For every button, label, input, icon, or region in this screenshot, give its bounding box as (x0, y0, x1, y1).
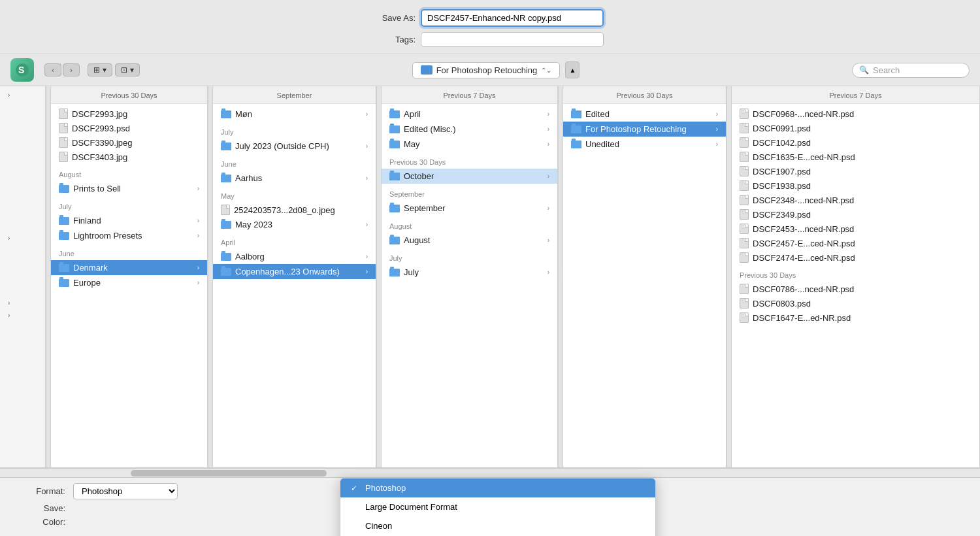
list-item[interactable]: Aalborg › (213, 249, 376, 264)
folder-name: For Photoshop Retouching (585, 124, 687, 134)
section-label: Previous 30 Days (382, 152, 557, 169)
file-browser: › › › › · · · Previous 30 Days (0, 86, 980, 468)
list-item[interactable]: Lightroom Presets › (51, 228, 207, 243)
list-item[interactable]: Aarhus › (213, 171, 376, 186)
col-files-header: Previous 7 Days (732, 86, 979, 104)
list-item[interactable]: DSCF2457-E...ced-NR.psd (732, 236, 979, 250)
list-item[interactable]: DSCF3403.jpg (51, 150, 207, 164)
list-item[interactable]: DSCF1635-E...ced-NR.psd (732, 150, 979, 164)
list-item[interactable]: › (0, 309, 45, 322)
list-item[interactable]: July 2023 (Outside CPH) › (213, 139, 376, 154)
folder-name: October (404, 171, 434, 181)
list-item[interactable]: DSCF1647-E...ed-NR.psd (732, 310, 979, 325)
col-files-content: DSCF0968-...nced-NR.psd DSCF0991.psd DSC… (732, 104, 979, 467)
file-icon (59, 152, 68, 162)
list-item[interactable]: DSCF2993.psd (51, 121, 207, 135)
folder-name: Finland (73, 216, 101, 226)
list-item[interactable]: For Photoshop Retouching › (563, 122, 726, 137)
list-item[interactable]: DSCF1907.psd (732, 164, 979, 178)
list-item[interactable]: DSCF2349.psd (732, 207, 979, 222)
dropdown-item-label: Photoshop (365, 483, 406, 493)
file-name: DSCF2457-E...ced-NR.psd (753, 239, 855, 248)
column-view-button[interactable]: ⊞ ▾ (88, 63, 112, 76)
list-item[interactable]: DSCF0968-...nced-NR.psd (732, 107, 979, 121)
sidebar-arrow4: › (8, 312, 10, 319)
forward-button[interactable]: › (63, 63, 80, 76)
folder-icon (571, 110, 581, 118)
list-item[interactable]: DSCF0991.psd (732, 121, 979, 135)
dropdown-item-label: Large Document Format (365, 502, 457, 512)
list-item[interactable]: May 2023 › (213, 217, 376, 232)
list-item[interactable]: DSCF2993.jpg (51, 107, 207, 121)
col-edited-content: Edited › For Photoshop Retouching › Uned… (563, 104, 726, 467)
list-item[interactable]: DSCF2453-...nced-NR.psd (732, 222, 979, 236)
list-item[interactable]: DSCF0786-...nced-NR.psd (732, 282, 979, 296)
section-label: July (213, 122, 376, 139)
divider-2[interactable]: · · · (208, 86, 213, 467)
list-item[interactable]: 2524203573...2d08_o.jpeg (213, 203, 376, 217)
folder-icon (59, 232, 69, 240)
list-item[interactable]: April › (382, 107, 557, 122)
file-name: DSCF1042.psd (753, 138, 811, 148)
dropdown-item-cineon[interactable]: Cineon (340, 516, 655, 535)
sidebar-col-content: › › › › (0, 86, 45, 467)
back-button[interactable]: ‹ (44, 63, 61, 76)
file-name: DSCF3390.jpeg (72, 138, 133, 148)
save-as-input[interactable] (421, 9, 604, 27)
chevron-right-icon: › (197, 185, 199, 192)
chevron-right-icon: › (197, 264, 199, 271)
list-item[interactable]: Prints to Sell › (51, 181, 207, 196)
grid-view-button[interactable]: ⊡ ▾ (115, 63, 140, 76)
divider-1[interactable]: · · · (46, 86, 51, 467)
format-select[interactable]: Photoshop (73, 483, 178, 499)
folder-icon (221, 142, 231, 150)
list-item[interactable]: › (0, 232, 45, 244)
list-item[interactable]: DSCF2474-E...ced-NR.psd (732, 250, 979, 265)
list-item[interactable]: › (0, 89, 45, 101)
list-item[interactable]: DSCF2348-...nced-NR.psd (732, 193, 979, 207)
collapse-button[interactable]: ▲ (565, 61, 580, 78)
list-item[interactable]: May › (382, 137, 557, 152)
location-button[interactable]: For Photoshop Retouching ⌃⌄ (412, 62, 561, 78)
list-item[interactable]: July › (382, 265, 557, 280)
list-item[interactable]: › (0, 297, 45, 309)
dropdown-item-large-doc[interactable]: Large Document Format (340, 497, 655, 516)
divider-5[interactable]: · · · (727, 86, 732, 467)
list-item[interactable]: Møn › (213, 107, 376, 122)
sidebar-arrow3: › (8, 299, 10, 307)
file-icon (740, 152, 749, 162)
folder-icon (389, 237, 400, 244)
file-icon (740, 224, 749, 234)
list-item[interactable]: DSCF1938.psd (732, 178, 979, 193)
list-item[interactable]: Denmark › (51, 260, 207, 275)
folder-icon (59, 185, 69, 193)
hscroll-thumb[interactable] (131, 470, 327, 477)
list-item[interactable]: DSCF3390.jpeg (51, 135, 207, 150)
list-item[interactable]: Edited (Misc.) › (382, 122, 557, 137)
dropdown-item-photoshop[interactable]: ✓ Photoshop (340, 478, 655, 497)
list-item[interactable]: DSCF0803.psd (732, 296, 979, 310)
chevron-right-icon: › (197, 217, 199, 224)
browser-hscroll[interactable] (0, 468, 980, 477)
folder-icon (59, 264, 69, 272)
list-item[interactable]: October › (382, 169, 557, 184)
chevron-up-icon: ▲ (569, 67, 576, 74)
list-item[interactable]: Edited › (563, 107, 726, 122)
list-item[interactable]: September › (382, 201, 557, 216)
file-icon (740, 180, 749, 191)
top-bar: Save As: Tags: (0, 0, 980, 54)
col-edited: Previous 30 Days Edited › For Photoshop … (563, 86, 727, 467)
col-september: September Møn › July July 2023 (Outside … (213, 86, 376, 467)
list-item[interactable]: Copenhagen...23 Onwards) › (213, 264, 376, 279)
file-icon (59, 137, 68, 148)
divider-4[interactable]: · · · (558, 86, 563, 467)
list-item[interactable]: DSCF1042.psd (732, 135, 979, 150)
divider-3[interactable]: · · · (376, 86, 382, 467)
tags-input[interactable] (421, 32, 604, 47)
list-item[interactable]: Unedited › (563, 137, 726, 152)
file-icon (740, 284, 749, 294)
list-item[interactable]: Finland › (51, 213, 207, 228)
file-icon (740, 137, 749, 148)
list-item[interactable]: August › (382, 233, 557, 248)
list-item[interactable]: Europe › (51, 275, 207, 290)
